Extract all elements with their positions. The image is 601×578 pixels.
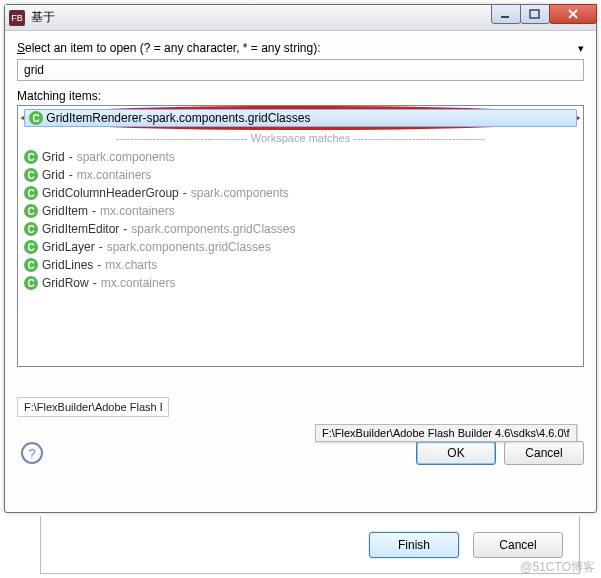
help-icon[interactable]: ? [21,442,43,464]
item-name: GridRow [42,276,89,290]
item-package: mx.charts [105,258,157,272]
maximize-button[interactable] [520,4,550,24]
item-package: spark.components.gridClasses [131,222,295,236]
tooltip: F:\FlexBuilder\Adobe Flash Builder 4.6\s… [315,424,577,442]
item-package: mx.containers [100,204,175,218]
results-listbox[interactable]: C GridItemRenderer - spark.components.gr… [17,105,584,367]
item-package: spark.components.gridClasses [146,111,310,125]
ok-button[interactable]: OK [416,441,496,465]
separator-workspace-matches: ------------------------------------ Wor… [20,132,581,144]
class-icon: C [24,204,38,218]
item-package: spark.components [191,186,289,200]
list-item[interactable]: CGridItemEditor - spark.components.gridC… [20,220,581,238]
path-field[interactable] [17,397,169,417]
item-package: spark.components [77,150,175,164]
class-icon: C [24,258,38,272]
class-icon: C [24,150,38,164]
class-icon: C [24,240,38,254]
prompt-label: Select an item to open (? = any characte… [17,41,584,55]
matching-items-label: Matching items: [17,89,584,103]
item-name: GridLines [42,258,93,272]
close-button[interactable] [549,4,597,24]
app-icon: FB [9,10,25,26]
class-icon: C [24,186,38,200]
class-icon: C [24,276,38,290]
class-icon: C [24,222,38,236]
list-item[interactable]: CGridItem - mx.containers [20,202,581,220]
finish-button[interactable]: Finish [369,532,459,558]
item-name: GridColumnHeaderGroup [42,186,179,200]
annotation-highlight: C GridItemRenderer - spark.components.gr… [21,106,580,130]
item-name: GridItemRenderer [46,111,142,125]
search-input[interactable] [17,59,584,81]
list-item[interactable]: CGridColumnHeaderGroup - spark.component… [20,184,581,202]
list-item[interactable]: CGridRow - mx.containers [20,274,581,292]
item-name: GridItemEditor [42,222,119,236]
watermark: @51CTO博客 [520,559,595,576]
class-icon: C [24,168,38,182]
item-name: Grid [42,168,65,182]
cancel-button[interactable]: Cancel [504,441,584,465]
menu-dropdown-icon[interactable]: ▾ [578,42,584,55]
svg-rect-1 [530,10,539,18]
item-package: mx.containers [77,168,152,182]
titlebar[interactable]: FB 基于 [5,5,596,31]
list-item[interactable]: CGrid - mx.containers [20,166,581,184]
item-package: spark.components.gridClasses [107,240,271,254]
item-name: GridItem [42,204,88,218]
list-item[interactable]: CGrid - spark.components [20,148,581,166]
item-name: Grid [42,150,65,164]
svg-rect-0 [501,16,509,18]
list-item[interactable]: CGridLines - mx.charts [20,256,581,274]
list-item-selected[interactable]: C GridItemRenderer - spark.components.gr… [24,109,577,127]
item-name: GridLayer [42,240,95,254]
minimize-button[interactable] [491,4,521,24]
class-icon: C [29,111,43,125]
lower-button-bar: Finish Cancel [40,516,580,574]
item-package: mx.containers [101,276,176,290]
list-item[interactable]: CGridLayer - spark.components.gridClasse… [20,238,581,256]
cancel-button-lower[interactable]: Cancel [473,532,563,558]
